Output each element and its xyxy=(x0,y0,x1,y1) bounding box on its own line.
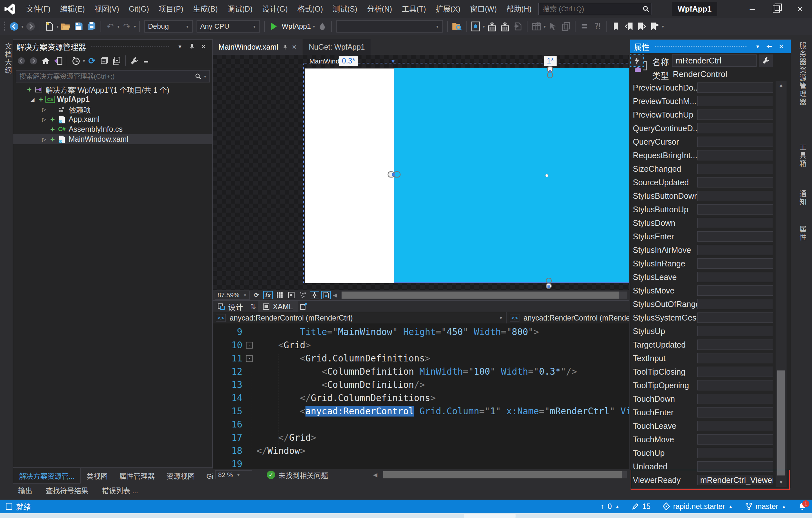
menu-item[interactable]: 生成(B) xyxy=(188,0,223,18)
project-code-toggle-icon[interactable] xyxy=(321,291,331,299)
git-pending-edits[interactable]: 15 xyxy=(632,502,650,511)
tab-design[interactable]: 设计 xyxy=(213,301,248,312)
event-handler-input[interactable] xyxy=(697,164,773,174)
event-handler-input[interactable] xyxy=(697,272,773,282)
menu-item[interactable]: 项目(P) xyxy=(154,0,188,18)
clear-bookmarks-icon[interactable] xyxy=(649,20,661,33)
scroll-left-icon[interactable]: ◀ xyxy=(373,471,377,478)
event-handler-input[interactable] xyxy=(697,421,773,431)
quick-search-box[interactable] xyxy=(539,3,652,15)
show-grid-icon[interactable] xyxy=(275,291,285,299)
scrollbar-thumb[interactable] xyxy=(777,370,785,476)
close-button[interactable]: × xyxy=(788,0,812,18)
event-handler-input[interactable] xyxy=(697,83,773,93)
menu-item[interactable]: 视图(V) xyxy=(90,0,124,18)
background-tasks-icon[interactable] xyxy=(5,502,13,511)
effects-toggle-icon[interactable]: fx xyxy=(263,291,273,299)
auto-hidden-tab[interactable]: 输出 xyxy=(18,485,32,495)
event-handler-input[interactable] xyxy=(697,407,773,418)
menu-item[interactable]: 文件(F) xyxy=(21,0,55,18)
tab-server-explorer[interactable]: 服务器资源管理器 xyxy=(797,42,807,106)
bottom-panel-tab[interactable]: 资源视图 xyxy=(161,468,200,483)
menu-item[interactable]: 调试(D) xyxy=(223,0,257,18)
back-dropdown-icon[interactable]: ▾ xyxy=(21,24,24,29)
view-designer-icon[interactable] xyxy=(470,20,482,33)
auto-hidden-tab[interactable]: 错误列表 ... xyxy=(102,485,138,495)
editor-zoom-combo[interactable]: 82 %▾ xyxy=(215,470,252,479)
expander-icon[interactable]: ▷ xyxy=(40,106,49,113)
git-outgoing-commits[interactable]: ↑0▲ xyxy=(601,502,620,511)
event-handler-input[interactable] xyxy=(697,191,773,201)
code-line[interactable]: 14 </Grid.ColumnDefinitions> xyxy=(213,391,629,405)
scroll-up-icon[interactable]: ▲ xyxy=(776,81,787,90)
startup-project-label[interactable]: WpfApp1 xyxy=(282,22,311,31)
event-handler-input[interactable] xyxy=(697,231,773,242)
code-line[interactable]: 18</Window> xyxy=(213,444,629,457)
show-all-files-icon[interactable] xyxy=(110,55,122,67)
event-handler-input[interactable] xyxy=(697,353,773,363)
code-line[interactable]: 9 Title="MainWindow" Height="450" Width=… xyxy=(213,325,629,339)
pin-icon[interactable] xyxy=(763,43,776,49)
solution-search-input[interactable] xyxy=(16,72,193,80)
expander-icon[interactable]: ▷ xyxy=(40,136,49,142)
toolbar-grip[interactable] xyxy=(3,21,6,32)
code-line[interactable]: 13 <ColumnDefinition/> xyxy=(213,378,629,391)
designer-zoom-combo[interactable]: 87.59%▾ xyxy=(214,291,250,300)
tree-item[interactable]: +C#AssemblyInfo.cs xyxy=(13,124,212,134)
event-handler-input[interactable] xyxy=(697,312,773,323)
bottom-panel-tab[interactable]: 类视图 xyxy=(81,468,113,483)
event-handler-input[interactable] xyxy=(697,110,773,120)
scrollbar-thumb[interactable] xyxy=(342,292,619,299)
xaml-designer-surface[interactable]: MainWind 0.3* ▼ 1* xyxy=(213,55,629,290)
menu-item[interactable]: 格式(O) xyxy=(293,0,328,18)
code-line[interactable]: 15 <anycad:RenderControl Grid.Column="1"… xyxy=(213,405,629,418)
code-line[interactable]: 19 xyxy=(213,457,629,470)
refresh-designer-icon[interactable]: ⟳ xyxy=(252,291,261,299)
solution-search-box[interactable]: ▾ xyxy=(16,70,210,83)
selection-center-handle[interactable] xyxy=(545,174,548,177)
preview-selected-icon[interactable] xyxy=(141,55,153,67)
notifications-bell[interactable]: 1 xyxy=(799,502,806,511)
code-line[interactable]: 11- <Grid.ColumnDefinitions> xyxy=(213,352,629,365)
git-repository-picker[interactable]: rapid.net.starter▲ xyxy=(663,502,733,511)
start-debugging-icon[interactable] xyxy=(268,20,280,33)
tab-mainwindow-xaml[interactable]: MainWindow.xaml × xyxy=(213,39,302,55)
health-indicator-icon[interactable]: ✓ xyxy=(267,470,275,479)
menu-item[interactable]: Git(G) xyxy=(124,0,154,18)
toolbar-empty-combo[interactable]: ▾ xyxy=(337,20,443,33)
code-line[interactable]: 12 <ColumnDefinition MinWidth="100" Widt… xyxy=(213,365,629,378)
event-handler-input[interactable] xyxy=(697,434,773,445)
menu-item[interactable]: 窗口(W) xyxy=(465,0,502,18)
event-handler-input[interactable] xyxy=(697,380,773,390)
bookmarks-dropdown-icon[interactable]: ▾ xyxy=(662,24,664,29)
filter-dropdown-icon[interactable]: ▾ xyxy=(83,58,85,63)
breadcrumb-left[interactable]: <> anycad:RenderControl (mRenderCtrl) ▾ xyxy=(213,312,506,324)
event-handler-input[interactable] xyxy=(697,394,773,404)
properties-titlebar[interactable]: 属性 ▼ × xyxy=(630,40,791,53)
menu-item[interactable]: 工具(T) xyxy=(397,0,431,18)
menu-item[interactable]: 帮助(H) xyxy=(502,0,536,18)
home-icon[interactable] xyxy=(40,55,52,67)
snap-to-snaplines-icon[interactable] xyxy=(310,291,319,299)
event-handler-input[interactable] xyxy=(697,123,773,133)
event-handler-input[interactable] xyxy=(697,258,773,269)
swap-panes-icon[interactable]: ⇅ xyxy=(248,303,258,311)
snap-grid-icon[interactable] xyxy=(286,291,296,299)
bottom-panel-tab[interactable]: 属性管理器 xyxy=(113,468,161,483)
event-handler-input[interactable] xyxy=(697,285,773,296)
tree-item[interactable]: ▷依赖项 xyxy=(13,104,212,114)
restore-button[interactable] xyxy=(764,0,788,18)
scroll-left-icon[interactable]: ◀ xyxy=(333,292,337,299)
expander-icon[interactable]: ◢ xyxy=(28,96,37,102)
column-anchor-chain-icon[interactable] xyxy=(546,66,554,80)
menu-item[interactable]: 编辑(E) xyxy=(55,0,90,18)
event-handler-input[interactable] xyxy=(697,326,773,336)
pending-changes-filter-icon[interactable] xyxy=(70,55,82,67)
git-branch-picker[interactable]: master▲ xyxy=(745,502,786,511)
new-file-icon[interactable] xyxy=(44,20,55,33)
event-handler-input[interactable] xyxy=(697,96,773,106)
event-handler-input[interactable] xyxy=(697,136,773,147)
export-settings-icon[interactable] xyxy=(499,20,511,33)
search-icon[interactable] xyxy=(639,5,653,12)
minimize-button[interactable]: – xyxy=(741,0,764,18)
